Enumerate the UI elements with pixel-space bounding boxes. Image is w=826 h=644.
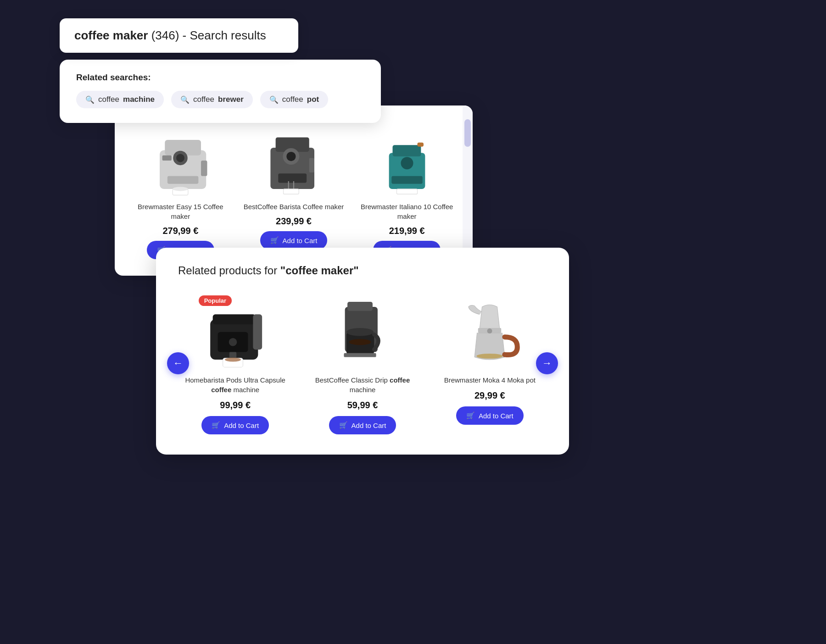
svg-point-13 <box>286 152 296 161</box>
rp-price-3: 29,99 € <box>474 390 505 401</box>
search-title: coffee maker (346) - Search results <box>74 28 266 42</box>
svg-rect-26 <box>253 314 262 350</box>
nav-arrow-right[interactable]: → <box>536 352 558 374</box>
cart-icon: 🛒 <box>339 421 348 429</box>
search-icon: 🔍 <box>85 95 95 104</box>
svg-rect-25 <box>212 314 255 324</box>
product-image-3 <box>366 124 448 197</box>
rp-price-1: 99,99 € <box>220 400 251 411</box>
svg-point-28 <box>229 338 237 346</box>
nav-arrow-left[interactable]: ← <box>167 352 189 374</box>
rp-add-to-cart-button-1[interactable]: 🛒 Add to Cart <box>201 416 269 434</box>
related-chips-container: 🔍 coffee machine 🔍 coffee brewer 🔍 coffe… <box>76 91 364 108</box>
svg-rect-11 <box>278 173 307 183</box>
svg-rect-21 <box>391 176 423 184</box>
related-products-grid: ← Popular <box>178 292 547 434</box>
chip-coffee-pot[interactable]: 🔍 coffee pot <box>260 91 328 108</box>
svg-rect-37 <box>344 353 376 357</box>
svg-rect-5 <box>201 161 207 176</box>
related-product-item-1: Popular <box>178 292 292 434</box>
search-query: coffee maker <box>74 28 148 42</box>
moka-pot-image <box>448 292 531 370</box>
product-name-3: Brewmaster Italiano 10 Coffee maker <box>356 202 458 221</box>
svg-point-35 <box>346 328 374 336</box>
products-grid: Brewmaster Easy 15 Coffee maker 279,99 €… <box>129 124 458 259</box>
coffee-machine-image-1 <box>139 124 222 197</box>
related-product-item-3: Brewmaster Moka 4 Moka pot 29,99 € 🛒 Add… <box>433 292 547 434</box>
product-name-1: Brewmaster Easy 15 Coffee maker <box>129 202 232 221</box>
svg-point-8 <box>173 187 188 191</box>
svg-rect-20 <box>417 143 424 147</box>
right-arrow-icon: → <box>542 357 552 369</box>
svg-rect-17 <box>284 189 299 194</box>
product-item: BestCoffee Barista Coffee maker 239,99 €… <box>243 124 345 259</box>
cart-icon: 🛒 <box>270 236 279 244</box>
related-searches-label: Related searches: <box>76 72 364 83</box>
product-price-3: 219,99 € <box>389 226 425 236</box>
product-item: Brewmaster Italiano 10 Coffee maker 219,… <box>356 124 458 259</box>
cart-icon: 🛒 <box>212 421 220 429</box>
svg-point-40 <box>477 354 503 359</box>
product-image-1 <box>139 124 222 197</box>
search-icon: 🔍 <box>180 95 190 104</box>
rp-name-3: Brewmaster Moka 4 Moka pot <box>444 375 536 385</box>
cart-icon: 🛒 <box>466 411 475 420</box>
product-price-1: 279,99 € <box>162 226 198 236</box>
svg-rect-2 <box>167 176 199 184</box>
chip-coffee-brewer[interactable]: 🔍 coffee brewer <box>171 91 253 108</box>
related-products-title: Related products for "coffee maker" <box>178 264 547 277</box>
rp-image-2 <box>321 292 404 370</box>
svg-point-38 <box>349 339 371 345</box>
svg-point-41 <box>487 328 492 333</box>
search-icon: 🔍 <box>269 95 279 104</box>
svg-rect-14 <box>309 158 314 172</box>
rp-name-2: BestCoffee Classic Drip coffee machine <box>305 375 419 394</box>
rp-image-3 <box>448 292 531 370</box>
svg-rect-23 <box>396 189 417 194</box>
scrollbar-thumb <box>464 119 471 147</box>
rp-add-to-cart-button-3[interactable]: 🛒 Add to Cart <box>456 406 524 425</box>
left-arrow-icon: ← <box>173 357 183 369</box>
rp-price-2: 59,99 € <box>347 400 378 411</box>
svg-rect-6 <box>162 155 172 161</box>
rp-name-1: Homebarista Pods Ultra Capsule coffee ma… <box>178 375 292 394</box>
product-name-2: BestCoffee Barista Coffee maker <box>244 202 344 211</box>
search-count: (346) <box>151 28 179 42</box>
rp-add-to-cart-button-2[interactable]: 🛒 Add to Cart <box>329 416 396 434</box>
coffee-machine-image-3 <box>366 124 448 197</box>
popular-badge: Popular <box>199 295 232 306</box>
related-searches-card: Related searches: 🔍 coffee machine 🔍 cof… <box>60 60 381 123</box>
add-to-cart-button-2[interactable]: 🛒 Add to Cart <box>260 231 328 250</box>
svg-point-22 <box>401 157 413 169</box>
coffee-machine-image-2 <box>252 124 335 197</box>
related-products-card: Related products for "coffee maker" ← Po… <box>156 248 569 455</box>
chip-coffee-machine[interactable]: 🔍 coffee machine <box>76 91 164 108</box>
related-product-item-2: BestCoffee Classic Drip coffee machine 5… <box>305 292 419 434</box>
product-price-2: 239,99 € <box>276 216 312 227</box>
svg-rect-19 <box>392 145 421 156</box>
rp-image-1: Popular <box>194 292 277 370</box>
product-item: Brewmaster Easy 15 Coffee maker 279,99 €… <box>129 124 232 259</box>
svg-point-4 <box>176 154 184 162</box>
svg-rect-36 <box>347 302 373 311</box>
search-bar-card: coffee maker (346) - Search results <box>60 18 298 53</box>
svg-point-32 <box>225 358 241 362</box>
product-image-2 <box>252 124 335 197</box>
search-subtitle: - Search results <box>183 28 266 42</box>
drip-machine-image <box>321 292 404 370</box>
